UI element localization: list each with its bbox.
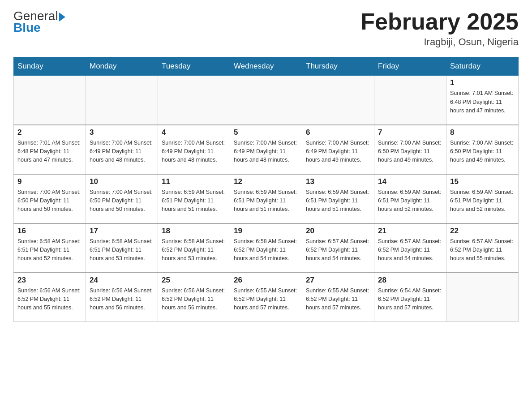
calendar-week-row: 2Sunrise: 7:01 AM Sunset: 6:48 PM Daylig… bbox=[14, 125, 519, 174]
day-number: 26 bbox=[234, 276, 298, 285]
day-info: Sunrise: 7:01 AM Sunset: 6:48 PM Dayligh… bbox=[450, 89, 515, 115]
day-info: Sunrise: 6:58 AM Sunset: 6:51 PM Dayligh… bbox=[17, 237, 82, 263]
calendar-day-cell: 11Sunrise: 6:59 AM Sunset: 6:51 PM Dayli… bbox=[158, 174, 230, 223]
day-number: 27 bbox=[306, 276, 370, 285]
day-info: Sunrise: 6:58 AM Sunset: 6:51 PM Dayligh… bbox=[90, 237, 154, 263]
day-number: 3 bbox=[90, 128, 154, 137]
day-number: 4 bbox=[162, 128, 226, 137]
calendar-day-cell: 2Sunrise: 7:01 AM Sunset: 6:48 PM Daylig… bbox=[14, 125, 86, 174]
calendar-day-cell: 23Sunrise: 6:56 AM Sunset: 6:52 PM Dayli… bbox=[14, 273, 86, 322]
day-info: Sunrise: 6:54 AM Sunset: 6:52 PM Dayligh… bbox=[378, 287, 442, 313]
day-number: 15 bbox=[450, 177, 515, 186]
calendar-day-cell: 20Sunrise: 6:57 AM Sunset: 6:52 PM Dayli… bbox=[302, 223, 374, 273]
calendar-day-cell: 15Sunrise: 6:59 AM Sunset: 6:51 PM Dayli… bbox=[446, 174, 519, 223]
day-number: 2 bbox=[17, 128, 82, 137]
day-number: 6 bbox=[306, 128, 370, 137]
day-number: 7 bbox=[378, 128, 442, 137]
day-number: 24 bbox=[90, 276, 154, 285]
day-info: Sunrise: 6:56 AM Sunset: 6:52 PM Dayligh… bbox=[90, 287, 154, 313]
day-number: 19 bbox=[234, 227, 298, 235]
day-number: 28 bbox=[378, 276, 442, 285]
day-info: Sunrise: 7:00 AM Sunset: 6:49 PM Dayligh… bbox=[90, 139, 154, 165]
day-number: 11 bbox=[162, 177, 226, 186]
day-number: 17 bbox=[90, 227, 154, 235]
day-info: Sunrise: 7:00 AM Sunset: 6:49 PM Dayligh… bbox=[306, 139, 370, 165]
calendar-day-cell: 8Sunrise: 7:00 AM Sunset: 6:50 PM Daylig… bbox=[446, 125, 519, 174]
calendar-day-cell: 26Sunrise: 6:55 AM Sunset: 6:52 PM Dayli… bbox=[230, 273, 302, 322]
calendar-day-cell: 1Sunrise: 7:01 AM Sunset: 6:48 PM Daylig… bbox=[446, 76, 519, 125]
calendar-day-cell bbox=[374, 76, 446, 125]
day-info: Sunrise: 6:57 AM Sunset: 6:52 PM Dayligh… bbox=[450, 237, 515, 263]
calendar-day-cell: 17Sunrise: 6:58 AM Sunset: 6:51 PM Dayli… bbox=[86, 223, 158, 273]
day-number: 14 bbox=[378, 177, 442, 186]
calendar-day-cell: 13Sunrise: 6:59 AM Sunset: 6:51 PM Dayli… bbox=[302, 174, 374, 223]
day-number: 21 bbox=[378, 227, 442, 235]
calendar-day-cell: 9Sunrise: 7:00 AM Sunset: 6:50 PM Daylig… bbox=[14, 174, 86, 223]
calendar-week-row: 16Sunrise: 6:58 AM Sunset: 6:51 PM Dayli… bbox=[14, 223, 519, 273]
calendar-day-cell bbox=[86, 76, 158, 125]
calendar-day-cell: 14Sunrise: 6:59 AM Sunset: 6:51 PM Dayli… bbox=[374, 174, 446, 223]
day-info: Sunrise: 6:55 AM Sunset: 6:52 PM Dayligh… bbox=[306, 287, 370, 313]
day-info: Sunrise: 6:59 AM Sunset: 6:51 PM Dayligh… bbox=[378, 188, 442, 214]
logo: General Blue bbox=[13, 9, 65, 35]
page-header: General Blue February 2025 Iragbiji, Osu… bbox=[13, 9, 519, 48]
calendar-day-cell: 22Sunrise: 6:57 AM Sunset: 6:52 PM Dayli… bbox=[446, 223, 519, 273]
day-header-monday: Monday bbox=[86, 57, 158, 76]
calendar-day-cell: 7Sunrise: 7:00 AM Sunset: 6:50 PM Daylig… bbox=[374, 125, 446, 174]
day-info: Sunrise: 7:00 AM Sunset: 6:50 PM Dayligh… bbox=[90, 188, 154, 214]
day-number: 1 bbox=[450, 78, 515, 87]
day-number: 16 bbox=[17, 227, 82, 235]
day-number: 18 bbox=[162, 227, 226, 235]
calendar-day-cell: 4Sunrise: 7:00 AM Sunset: 6:49 PM Daylig… bbox=[158, 125, 230, 174]
calendar-day-cell: 28Sunrise: 6:54 AM Sunset: 6:52 PM Dayli… bbox=[374, 273, 446, 322]
calendar-table: SundayMondayTuesdayWednesdayThursdayFrid… bbox=[13, 57, 519, 322]
day-info: Sunrise: 6:58 AM Sunset: 6:52 PM Dayligh… bbox=[234, 237, 298, 263]
day-header-friday: Friday bbox=[374, 57, 446, 76]
day-number: 5 bbox=[234, 128, 298, 137]
month-title: February 2025 bbox=[360, 9, 519, 34]
calendar-week-row: 23Sunrise: 6:56 AM Sunset: 6:52 PM Dayli… bbox=[14, 273, 519, 322]
calendar-day-cell: 27Sunrise: 6:55 AM Sunset: 6:52 PM Dayli… bbox=[302, 273, 374, 322]
day-info: Sunrise: 6:58 AM Sunset: 6:52 PM Dayligh… bbox=[162, 237, 226, 263]
day-number: 8 bbox=[450, 128, 515, 137]
calendar-day-cell: 19Sunrise: 6:58 AM Sunset: 6:52 PM Dayli… bbox=[230, 223, 302, 273]
day-info: Sunrise: 6:57 AM Sunset: 6:52 PM Dayligh… bbox=[378, 237, 442, 263]
title-area: February 2025 Iragbiji, Osun, Nigeria bbox=[360, 9, 519, 48]
day-number: 13 bbox=[306, 177, 370, 186]
day-info: Sunrise: 7:00 AM Sunset: 6:49 PM Dayligh… bbox=[234, 139, 298, 165]
day-number: 10 bbox=[90, 177, 154, 186]
day-info: Sunrise: 6:59 AM Sunset: 6:51 PM Dayligh… bbox=[234, 188, 298, 214]
calendar-day-cell: 25Sunrise: 6:56 AM Sunset: 6:52 PM Dayli… bbox=[158, 273, 230, 322]
day-info: Sunrise: 6:56 AM Sunset: 6:52 PM Dayligh… bbox=[17, 287, 82, 313]
calendar-day-cell: 21Sunrise: 6:57 AM Sunset: 6:52 PM Dayli… bbox=[374, 223, 446, 273]
calendar-day-cell: 24Sunrise: 6:56 AM Sunset: 6:52 PM Dayli… bbox=[86, 273, 158, 322]
day-number: 23 bbox=[17, 276, 82, 285]
calendar-week-row: 9Sunrise: 7:00 AM Sunset: 6:50 PM Daylig… bbox=[14, 174, 519, 223]
location-text: Iragbiji, Osun, Nigeria bbox=[360, 36, 519, 48]
day-header-tuesday: Tuesday bbox=[158, 57, 230, 76]
calendar-day-cell: 12Sunrise: 6:59 AM Sunset: 6:51 PM Dayli… bbox=[230, 174, 302, 223]
day-number: 20 bbox=[306, 227, 370, 235]
calendar-week-row: 1Sunrise: 7:01 AM Sunset: 6:48 PM Daylig… bbox=[14, 76, 519, 125]
day-header-sunday: Sunday bbox=[14, 57, 86, 76]
calendar-day-cell: 5Sunrise: 7:00 AM Sunset: 6:49 PM Daylig… bbox=[230, 125, 302, 174]
day-number: 9 bbox=[17, 177, 82, 186]
day-number: 25 bbox=[162, 276, 226, 285]
calendar-header-row: SundayMondayTuesdayWednesdayThursdayFrid… bbox=[14, 57, 519, 76]
day-number: 22 bbox=[450, 227, 515, 235]
day-header-saturday: Saturday bbox=[446, 57, 519, 76]
day-info: Sunrise: 7:00 AM Sunset: 6:50 PM Dayligh… bbox=[17, 188, 82, 214]
logo-arrow-icon bbox=[59, 13, 65, 21]
day-info: Sunrise: 6:59 AM Sunset: 6:51 PM Dayligh… bbox=[450, 188, 515, 214]
day-header-thursday: Thursday bbox=[302, 57, 374, 76]
day-info: Sunrise: 7:00 AM Sunset: 6:50 PM Dayligh… bbox=[378, 139, 442, 165]
calendar-day-cell bbox=[302, 76, 374, 125]
day-info: Sunrise: 6:57 AM Sunset: 6:52 PM Dayligh… bbox=[306, 237, 370, 263]
day-info: Sunrise: 7:01 AM Sunset: 6:48 PM Dayligh… bbox=[17, 139, 82, 165]
day-info: Sunrise: 6:59 AM Sunset: 6:51 PM Dayligh… bbox=[162, 188, 226, 214]
calendar-day-cell: 3Sunrise: 7:00 AM Sunset: 6:49 PM Daylig… bbox=[86, 125, 158, 174]
day-number: 12 bbox=[234, 177, 298, 186]
day-info: Sunrise: 7:00 AM Sunset: 6:50 PM Dayligh… bbox=[450, 139, 515, 165]
day-info: Sunrise: 6:56 AM Sunset: 6:52 PM Dayligh… bbox=[162, 287, 226, 313]
day-info: Sunrise: 7:00 AM Sunset: 6:49 PM Dayligh… bbox=[162, 139, 226, 165]
